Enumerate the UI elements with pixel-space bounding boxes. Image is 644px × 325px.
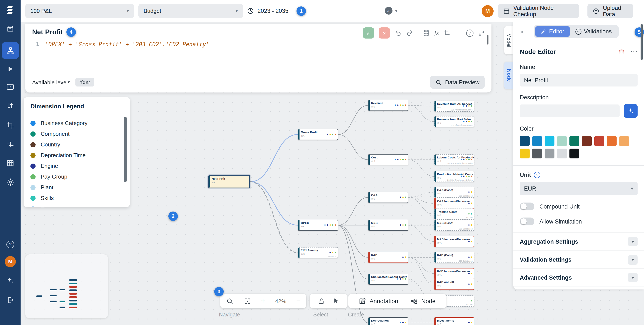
- graph-node-ga[interactable]: G&Ain €: [368, 192, 408, 203]
- fx-function-icon[interactable]: fx: [434, 29, 439, 36]
- section-advanced-settings[interactable]: Advanced Settings ▾: [513, 269, 644, 287]
- graph-node-ga-inc[interactable]: G&A Increase/Decreasein %: [434, 198, 474, 209]
- tab-node[interactable]: Node: [504, 62, 513, 89]
- unit-select[interactable]: EUR ▾: [520, 182, 638, 195]
- graph-node-net-profit[interactable]: Net Profitin €: [208, 175, 250, 188]
- redo-icon[interactable]: [406, 29, 413, 36]
- color-swatch[interactable]: [520, 136, 530, 146]
- section-aggregation-settings[interactable]: Aggregation Settings ▾: [513, 233, 644, 251]
- delete-node-icon[interactable]: [618, 48, 625, 55]
- node-description-input[interactable]: [520, 104, 620, 117]
- color-swatch[interactable]: [544, 149, 554, 158]
- color-swatch[interactable]: [520, 149, 530, 158]
- ai-sparkles-icon[interactable]: [0, 274, 20, 287]
- color-swatch[interactable]: [544, 136, 554, 146]
- data-table-icon[interactable]: [0, 157, 20, 170]
- graph-node-unalloc[interactable]: Unallocated Labour Costs (O...in €: [368, 274, 408, 285]
- upload-data-button[interactable]: Upload Data: [588, 4, 633, 18]
- graph-node-labour-prod[interactable]: Labour Costs for Productionin €202 Car P…: [434, 154, 474, 165]
- frame-icon[interactable]: [444, 30, 450, 36]
- color-swatch[interactable]: [557, 136, 567, 146]
- color-swatch[interactable]: [594, 136, 604, 146]
- color-swatch[interactable]: [570, 136, 579, 146]
- graph-node-prod-material[interactable]: Production Material Costsin €202 Car Pro…: [434, 171, 474, 182]
- graph-node-rd[interactable]: R&Din €: [368, 252, 408, 263]
- color-swatch[interactable]: [532, 136, 542, 146]
- node-name-input[interactable]: [520, 74, 638, 86]
- tab-validations[interactable]: ✓ Validations: [570, 26, 618, 37]
- model-select[interactable]: 100 P&L ▾: [25, 4, 134, 18]
- minimap[interactable]: [25, 254, 108, 318]
- graph-node-rd-inc[interactable]: R&D Increase/Decreasein %: [434, 268, 474, 279]
- graph-node-cost[interactable]: Costin €: [368, 154, 408, 165]
- graph-node-co2[interactable]: CO2 Penaltyin €203 CO2: [298, 247, 338, 258]
- validation-node-checkup-button[interactable]: Validation Node Checkup: [498, 4, 579, 18]
- editor-scrollbar[interactable]: [487, 35, 488, 44]
- graph-node-ga-base[interactable]: G&A (Base)in €500 Databases: [434, 187, 474, 198]
- graph-node-revenue[interactable]: Revenuein €: [368, 100, 408, 111]
- presentation-icon[interactable]: [0, 80, 20, 93]
- help-icon[interactable]: ?: [0, 238, 20, 251]
- scenario-select[interactable]: Budget ▾: [138, 4, 243, 18]
- workspace-icon[interactable]: [0, 22, 20, 35]
- formula-help-icon[interactable]: ?: [466, 29, 474, 37]
- graph-node-investments[interactable]: Investmentsin €: [434, 317, 474, 325]
- graph-node-ms-inc[interactable]: M&S Increase/Decreasein %: [434, 236, 474, 247]
- ai-generate-description-button[interactable]: [624, 104, 638, 118]
- fit-view-icon[interactable]: [244, 297, 251, 305]
- tab-editor[interactable]: Editor: [536, 26, 570, 37]
- create-annotation-button[interactable]: Annotation: [359, 297, 398, 305]
- color-swatch[interactable]: [557, 149, 567, 158]
- expand-editor-icon[interactable]: [478, 30, 484, 36]
- graph-node-rd-oneoff[interactable]: R&D one-offin €: [434, 279, 474, 290]
- compound-unit-toggle[interactable]: [520, 203, 534, 210]
- graph-node-rev-as[interactable]: Revenue from AS Servicein €201 Aftersale…: [434, 101, 474, 112]
- unit-help-icon[interactable]: ?: [534, 172, 540, 178]
- app-logo-icon[interactable]: [0, 3, 20, 16]
- data-preview-button[interactable]: Data Preview: [430, 76, 484, 89]
- zoom-in-button[interactable]: +: [261, 297, 265, 305]
- settings-gear-icon[interactable]: [0, 176, 20, 188]
- logout-icon[interactable]: [0, 294, 20, 307]
- chevron-down-icon[interactable]: ▾: [628, 255, 638, 264]
- simulation-play-icon[interactable]: [0, 62, 20, 75]
- color-swatch[interactable]: [607, 136, 616, 146]
- undo-icon[interactable]: [395, 29, 402, 36]
- apply-formula-button[interactable]: ✓: [363, 27, 374, 38]
- process-flow-icon[interactable]: [0, 138, 20, 151]
- color-swatch[interactable]: [619, 136, 629, 146]
- discard-formula-button[interactable]: ×: [379, 27, 390, 38]
- allow-simulation-toggle[interactable]: [520, 218, 534, 225]
- user-avatar[interactable]: M: [0, 255, 20, 268]
- tab-model[interactable]: Model: [504, 26, 513, 54]
- import-export-icon[interactable]: [0, 99, 20, 112]
- section-validation-settings[interactable]: Validation Settings ▾: [513, 251, 644, 269]
- user-avatar[interactable]: M: [482, 5, 494, 17]
- window-scrollbar[interactable]: [640, 24, 643, 60]
- chevron-down-icon[interactable]: ▾: [628, 237, 638, 246]
- graph-node-depreciation[interactable]: Depreciationin €: [368, 317, 408, 325]
- time-range-control[interactable]: 2023 - 2035: [247, 4, 288, 18]
- create-node-button[interactable]: Node: [410, 297, 436, 305]
- graph-node-opex[interactable]: OPEXin €: [298, 220, 338, 231]
- color-swatch[interactable]: [532, 149, 542, 158]
- cursor-select-icon[interactable]: [333, 298, 340, 305]
- scenario-status-dropdown[interactable]: ✓ ▾: [385, 7, 398, 14]
- zoom-search-icon[interactable]: [226, 297, 234, 305]
- color-swatch[interactable]: [582, 136, 592, 146]
- collapse-panel-icon[interactable]: »: [520, 27, 524, 36]
- graph-node-gross-profit[interactable]: Gross Profitin €: [298, 129, 338, 140]
- chevron-down-icon[interactable]: ▾: [628, 273, 638, 282]
- legend-scrollbar[interactable]: [124, 117, 127, 182]
- graph-node-training[interactable]: Training Costsin €302 HR: [434, 209, 474, 220]
- more-options-icon[interactable]: ⋯: [630, 47, 638, 56]
- formula-code-editor[interactable]: 1 'OPEX' + 'Gross Profit' + '203 CO2'.'C…: [25, 39, 487, 81]
- graph-node-ms[interactable]: M&Sin €: [368, 220, 408, 231]
- graph-node-rd-base[interactable]: R&D (Base)in €500 Databases: [434, 252, 474, 263]
- frame-tool-icon[interactable]: [0, 119, 20, 132]
- graph-node-ms-base[interactable]: M&S (Base)in €500 Databases: [434, 220, 474, 231]
- unlock-icon[interactable]: [318, 297, 325, 305]
- database-icon[interactable]: [423, 29, 430, 36]
- model-designer-nav-active[interactable]: [2, 42, 19, 59]
- graph-node-rev-parts[interactable]: Revenue from Part Salesin €201 Aftersale…: [434, 116, 474, 127]
